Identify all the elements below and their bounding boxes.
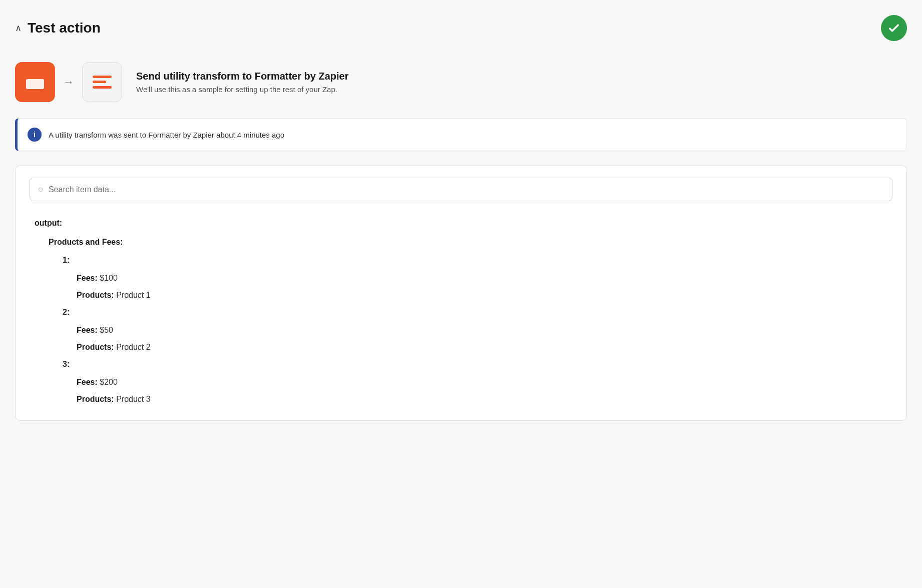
search-box: ○ [30,178,892,201]
success-badge [881,15,907,41]
item-1-fees: Fees: $100 [35,270,892,286]
arrow-icon: → [63,76,74,89]
item-1-products: Products: Product 1 [35,287,892,303]
item-1-index: 1: [35,252,892,268]
page-title: Test action [28,20,101,36]
header-left: ∧ Test action [15,20,101,36]
item-3-products: Products: Product 3 [35,391,892,407]
app-description-subtitle: We'll use this as a sample for setting u… [136,85,349,94]
formatter-stripe-3 [93,86,112,89]
svg-rect-0 [26,79,44,89]
source-app-icon [15,62,55,102]
item-2-index: 2: [35,304,892,320]
output-label: output: [35,215,892,231]
data-panel: ○ output: Products and Fees: 1: Fees: $1… [15,165,907,421]
search-input[interactable] [49,185,884,194]
checkmark-icon [887,21,901,35]
formatter-app-icon [82,62,122,102]
app-description-title: Send utility transform to Formatter by Z… [136,71,349,82]
source-app-svg [24,71,46,93]
source-app-icon-inner [24,71,46,93]
formatter-stripes [93,74,112,90]
item-2-fees: Fees: $50 [35,322,892,338]
formatter-stripe-2 [93,81,106,83]
info-banner-text: A utility transform was sent to Formatte… [49,131,284,139]
item-3-index: 3: [35,356,892,372]
info-icon: i [28,128,42,142]
output-tree: output: Products and Fees: 1: Fees: $100… [30,215,892,407]
item-2-products: Products: Product 2 [35,339,892,355]
app-icons-row: → Send utility transform to Formatter by… [15,62,907,102]
info-banner: i A utility transform was sent to Format… [15,118,907,151]
collapse-icon[interactable]: ∧ [15,23,22,34]
app-description: Send utility transform to Formatter by Z… [136,71,349,94]
search-icon: ○ [38,184,44,195]
header-row: ∧ Test action [15,10,907,46]
page-container: ∧ Test action → [0,0,922,588]
formatter-icon-inner [91,71,113,93]
products-fees-label: Products and Fees: [35,234,892,250]
formatter-stripe-1 [93,76,112,78]
item-3-fees: Fees: $200 [35,374,892,390]
